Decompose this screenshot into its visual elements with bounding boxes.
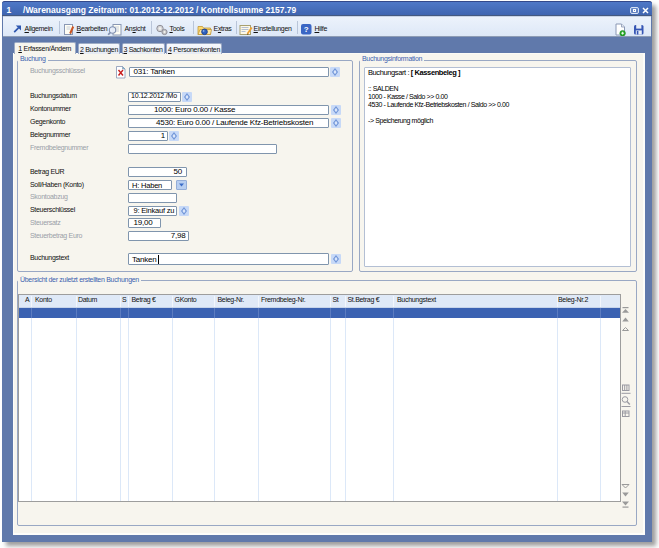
svg-text:?: ? (304, 25, 309, 34)
